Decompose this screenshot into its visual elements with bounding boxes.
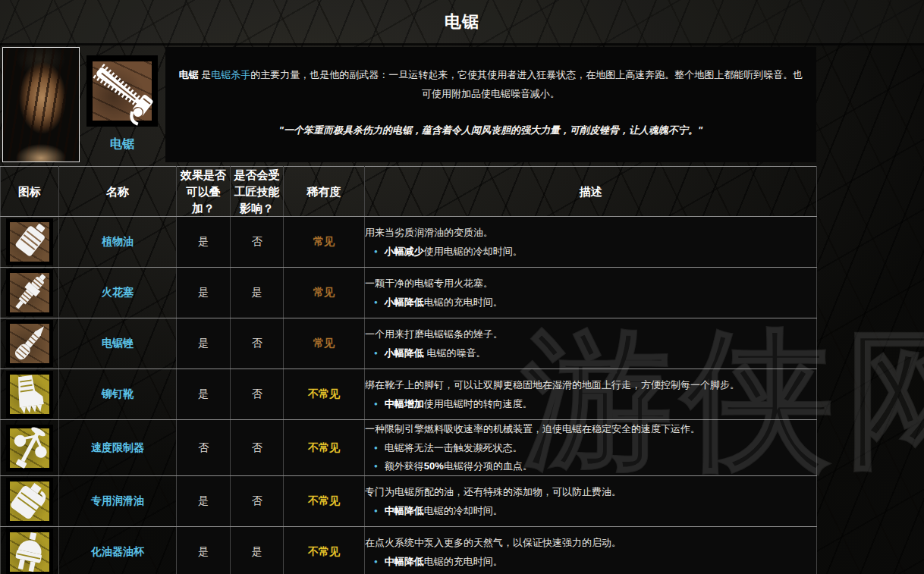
tinkerer-affected-value: 是 — [231, 268, 284, 318]
tinkerer-affected-value: 否 — [231, 217, 284, 268]
addon-effect-bullet: 额外获得50%电锯得分项的血点。 — [374, 457, 816, 475]
addon-name-link[interactable]: 电锯锉 — [102, 337, 134, 349]
rarity-value: 常见 — [284, 217, 365, 268]
addon-icon-art — [6, 371, 53, 418]
addon-name-link[interactable]: 铆钉靴 — [102, 387, 134, 400]
col-header-description: 描述 — [365, 167, 817, 217]
rarity-value: 不常见 — [284, 369, 365, 420]
addon-effect-bullet: 中幅降低电锯的冷却时间。 — [374, 502, 816, 520]
addon-description-cell: 一种限制引擎燃料吸收速率的机械装置，迫使电锯在稳定安全的速度下运作。 电锯将无法… — [365, 420, 817, 476]
tinkerer-affected-value: 否 — [231, 318, 284, 369]
addon-effect-bullet: 小幅减少使用电锯的冷却时间。 — [374, 243, 816, 261]
addon-name-link[interactable]: 速度限制器 — [91, 441, 144, 453]
addon-name-cell: 专用润滑油 — [59, 476, 177, 527]
rarity-value: 不常见 — [284, 527, 365, 574]
col-header-tinkerer: 是否会受 工匠技能 影响？ — [231, 167, 284, 217]
addon-desc-intro: 一颗干净的电锯专用火花塞。 — [365, 274, 816, 293]
addon-effect-bullet: 小幅降低电锯的充电时间。 — [374, 293, 816, 312]
speed-limiter-icon[interactable] — [6, 425, 53, 472]
addon-icon-cell — [1, 527, 59, 574]
chainsaw-file-icon[interactable] — [6, 320, 53, 367]
addon-effects-list: 小幅降低电锯的充电时间。 — [374, 293, 816, 312]
addon-desc-intro: 一个用来打磨电锯锯条的矬子。 — [365, 325, 816, 343]
addon-effect-bullet: 小幅降低 电锯的噪音。 — [374, 344, 816, 362]
weapon-name-link[interactable]: 电锯 — [110, 136, 134, 152]
addon-effects-list: 小幅降低 电锯的噪音。 — [374, 344, 816, 362]
table-row: 火花塞 是 是 常见 一颗干净的电锯专用火花塞。 小幅降低电锯的充电时间。 — [1, 268, 817, 318]
addon-effects-list: 中幅降低电锯的冷却时间。 — [374, 502, 816, 520]
addon-icon-art — [6, 425, 53, 472]
tinkerer-affected-value: 否 — [231, 476, 284, 527]
col-header-rarity: 稀有度 — [284, 167, 365, 217]
chainsaw-icon[interactable] — [86, 55, 158, 127]
addon-name-cell: 植物油 — [59, 217, 177, 268]
tinkerer-affected-value: 是 — [231, 527, 284, 574]
addon-effect-bullet: 电锯将无法一击触发濒死状态。 — [374, 439, 816, 457]
chainsaw-icon-art — [86, 55, 158, 127]
killer-page-link[interactable]: 电锯杀手 — [211, 69, 250, 80]
addon-effects-list: 中幅降低电锯的充电时间。 — [374, 553, 816, 571]
addon-effects-list: 电锯将无法一击触发濒死状态。额外获得50%电锯得分项的血点。 — [374, 439, 816, 475]
vegetable-oil-icon[interactable] — [6, 218, 53, 265]
addon-name-link[interactable]: 火花塞 — [102, 286, 134, 298]
rarity-value: 不常见 — [284, 476, 365, 527]
stackable-value: 是 — [177, 268, 231, 318]
addon-description-cell: 专门为电锯所配的油，还有特殊的添加物，可以防止费油。 中幅降低电锯的冷却时间。 — [365, 476, 817, 527]
addons-table-body: 植物油 是 否 常见 用来当劣质润滑油的变质油。 小幅减少使用电锯的冷却时间。 … — [1, 217, 817, 574]
tinkerer-affected-value: 否 — [231, 420, 284, 476]
stackable-value: 否 — [177, 420, 231, 476]
addon-desc-intro: 在点火系统中泵入更多的天然气，以保证快速强力的启动。 — [365, 534, 816, 552]
addon-icon-art — [6, 320, 53, 367]
table-row: 速度限制器 否 否 不常见 一种限制引擎燃料吸收速率的机械装置，迫使电锯在稳定安… — [1, 420, 817, 476]
addon-desc-intro: 绑在靴子上的脚钉，可以让双脚更稳固地在湿滑的地面上行走，方便控制每一个脚步。 — [365, 376, 816, 394]
spark-plug-icon[interactable] — [6, 269, 53, 316]
carburetor-cup-icon[interactable] — [6, 529, 53, 574]
stackable-value: 是 — [177, 476, 231, 527]
addon-name-link[interactable]: 专用润滑油 — [91, 494, 144, 507]
addon-effect-bullet: 中幅降低电锯的充电时间。 — [374, 553, 816, 571]
addon-description-cell: 一个用来打磨电锯锯条的矬子。 小幅降低 电锯的噪音。 — [365, 318, 817, 369]
addon-name-cell: 火花塞 — [59, 268, 177, 318]
addon-icon-cell — [1, 369, 59, 420]
addon-icon-cell — [1, 420, 59, 476]
rarity-value: 常见 — [284, 318, 365, 369]
addon-description-cell: 一颗干净的电锯专用火花塞。 小幅降低电锯的充电时间。 — [365, 268, 817, 318]
col-header-stackable: 效果是否 可以叠 加？ — [177, 167, 231, 217]
addon-desc-intro: 用来当劣质润滑油的变质油。 — [365, 224, 816, 242]
table-row: 电锯锉 是 否 常见 一个用来打磨电锯锯条的矬子。 小幅降低 电锯的噪音。 — [1, 318, 817, 369]
addon-icon-cell — [1, 217, 59, 268]
addon-name-cell: 电锯锉 — [59, 318, 177, 369]
addon-description-cell: 在点火系统中泵入更多的天然气，以保证快速强力的启动。 中幅降低电锯的充电时间。 — [365, 527, 817, 574]
addon-desc-intro: 专门为电锯所配的油，还有特殊的添加物，可以防止费油。 — [365, 483, 816, 501]
table-header-row: 图标 名称 效果是否 可以叠 加？ 是否会受 工匠技能 影响？ 稀有度 描述 — [1, 167, 817, 217]
addon-icon-cell — [1, 476, 59, 527]
addon-effects-list: 中幅增加使用电锯时的转向速度。 — [374, 395, 816, 413]
tinkerer-affected-value: 否 — [231, 369, 284, 420]
addon-icon-cell — [1, 268, 59, 318]
addon-icon-art — [6, 529, 53, 574]
addon-name-link[interactable]: 化油器油杯 — [91, 545, 144, 557]
addon-desc-intro: 一种限制引擎燃料吸收速率的机械装置，迫使电锯在稳定安全的速度下运作。 — [365, 420, 816, 438]
stackable-value: 是 — [177, 527, 231, 574]
rarity-value: 不常见 — [284, 420, 365, 476]
addon-effect-bullet: 中幅增加使用电锯时的转向速度。 — [374, 395, 816, 413]
table-row: 植物油 是 否 常见 用来当劣质润滑油的变质油。 小幅减少使用电锯的冷却时间。 — [1, 217, 817, 268]
killer-portrait[interactable] — [2, 47, 80, 162]
lubricant-jug-icon[interactable] — [6, 478, 53, 525]
addon-effects-list: 小幅减少使用电锯的冷却时间。 — [374, 243, 816, 261]
weapon-flavor-quote: "一个笨重而极具杀伤力的电锯，蕴含着令人闻风丧胆的强大力量，可削皮锉骨，让人魂魄… — [178, 121, 804, 140]
addon-name-link[interactable]: 植物油 — [102, 235, 134, 247]
addon-name-cell: 速度限制器 — [59, 420, 177, 476]
addon-icon-cell — [1, 318, 59, 369]
page-title: 电锯 — [445, 11, 479, 33]
col-header-name: 名称 — [59, 167, 177, 217]
addons-table: 图标 名称 效果是否 可以叠 加？ 是否会受 工匠技能 影响？ 稀有度 描述 植… — [0, 166, 817, 574]
spiked-boot-icon[interactable] — [6, 371, 53, 418]
weapon-panel: 电锯 — [79, 47, 165, 162]
addon-icon-art — [6, 478, 53, 525]
table-row: 专用润滑油 是 否 不常见 专门为电锯所配的油，还有特殊的添加物，可以防止费油。… — [1, 476, 817, 527]
table-row: 铆钉靴 是 否 不常见 绑在靴子上的脚钉，可以让双脚更稳固地在湿滑的地面上行走，… — [1, 369, 817, 420]
addon-description-cell: 用来当劣质润滑油的变质油。 小幅减少使用电锯的冷却时间。 — [365, 217, 817, 268]
addon-name-cell: 铆钉靴 — [59, 369, 177, 420]
stackable-value: 是 — [177, 318, 231, 369]
